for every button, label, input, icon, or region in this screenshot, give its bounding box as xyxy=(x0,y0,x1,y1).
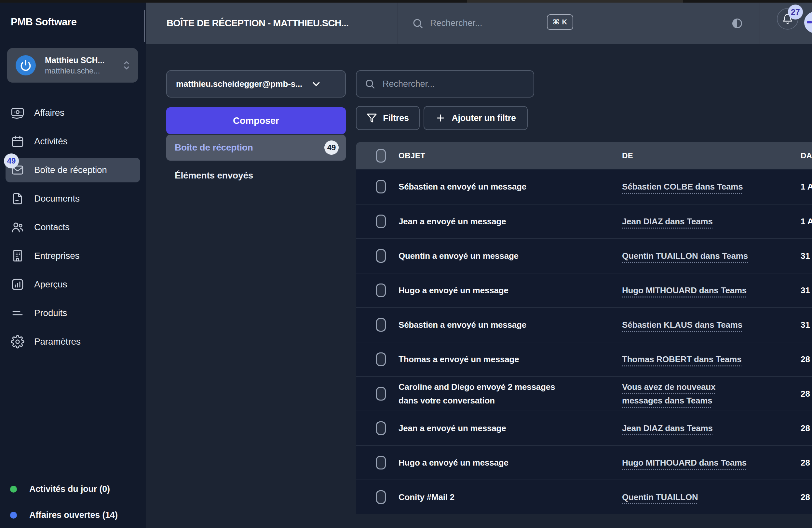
shortcut-chip: ⌘ K xyxy=(547,14,573,30)
sidebar-item-apercus[interactable]: Aperçus xyxy=(5,272,140,297)
mail-subject: Thomas a envoyé un message xyxy=(398,352,576,366)
lines-icon xyxy=(11,306,25,320)
mail-date: 1 A xyxy=(801,182,812,192)
account-email: matthieu.scheidegger@pmb-s... xyxy=(176,79,307,89)
mail-row[interactable]: Sébastien a envoyé un message Sébastien … xyxy=(356,307,812,342)
profile-name: Matthieu SCH... xyxy=(45,55,122,66)
mail-search-input[interactable] xyxy=(382,79,526,89)
mail-subject: Sébastien a envoyé un message xyxy=(398,180,576,194)
power-logo-icon xyxy=(16,55,36,75)
plus-icon xyxy=(435,113,446,123)
chevron-down-icon xyxy=(311,79,321,89)
topbar: BOÎTE DE RÉCEPTION - MATTHIEU.SCH... ⌘ K… xyxy=(146,3,812,44)
mail-subject: Quentin a envoyé un message xyxy=(398,249,576,263)
row-checkbox[interactable] xyxy=(376,352,386,366)
mail-row[interactable]: Hugo a envoyé un message Hugo MITHOUARD … xyxy=(356,445,812,480)
mail-row[interactable]: Thomas a envoyé un message Thomas ROBERT… xyxy=(356,342,812,376)
sidebar-nav: Affaires Activités Boîte de réception 49… xyxy=(5,101,140,358)
mail-row[interactable]: Hugo a envoyé un message Hugo MITHOUARD … xyxy=(356,273,812,307)
sidebar-scrollbar[interactable] xyxy=(144,10,145,42)
column-header-date: DA xyxy=(801,151,812,160)
mail-row[interactable]: Jean a envoyé un message Jean DIAZ dans … xyxy=(356,204,812,238)
mail-from-link[interactable]: Quentin TUAILLON dans Teams xyxy=(622,249,754,263)
column-header-subject: OBJET xyxy=(398,151,425,160)
mail-from-link[interactable]: Sébastien COLBE dans Teams xyxy=(622,180,754,194)
chevron-updown-icon xyxy=(122,58,131,73)
mail-row[interactable]: Quentin a envoyé un message Quentin TUAI… xyxy=(356,238,812,273)
mail-from-link[interactable]: Vous avez de nouveaux messages dans Team… xyxy=(622,380,754,407)
mail-from-link[interactable]: Jean DIAZ dans Teams xyxy=(622,421,754,435)
row-checkbox[interactable] xyxy=(376,284,386,297)
mail-date: 28 xyxy=(801,423,810,433)
sidebar-item-produits[interactable]: Produits xyxy=(5,301,140,326)
sidebar-item-activites[interactable]: Activités xyxy=(5,129,140,154)
folder-inbox[interactable]: Boîte de réception 49 xyxy=(166,135,346,161)
select-all-checkbox[interactable] xyxy=(376,149,386,163)
row-checkbox[interactable] xyxy=(376,421,386,435)
account-dropdown[interactable]: matthieu.scheidegger@pmb-s... xyxy=(166,70,346,97)
mail-date: 31 xyxy=(801,285,810,296)
mail-subject: Sébastien a envoyé un message xyxy=(398,318,576,332)
global-search-input[interactable] xyxy=(430,18,527,29)
filters-button[interactable]: Filtres xyxy=(356,106,420,130)
contacts-icon xyxy=(11,221,25,234)
mail-from-link[interactable]: Jean DIAZ dans Teams xyxy=(622,215,754,228)
row-checkbox[interactable] xyxy=(376,249,386,263)
mail-table-header: OBJET DE DA xyxy=(356,142,812,169)
sidebar-footer: Activités du jour (0) Affaires ouvertes … xyxy=(10,476,140,528)
user-avatar[interactable] xyxy=(804,12,812,33)
avatar-glyph xyxy=(807,21,812,24)
mail-from-link[interactable]: Quentin TUAILLON xyxy=(622,490,754,504)
mail-row[interactable]: Jean a envoyé un message Jean DIAZ dans … xyxy=(356,411,812,445)
mail-date: 28 xyxy=(801,354,810,364)
row-checkbox[interactable] xyxy=(376,456,386,469)
mail-subject: Jean a envoyé un message xyxy=(398,215,576,228)
notification-count-badge: 27 xyxy=(788,4,803,19)
mail-date: 28 xyxy=(801,389,810,399)
gear-icon xyxy=(11,335,25,348)
compose-button[interactable]: Composer xyxy=(166,107,346,134)
mail-row[interactable]: Conity #Mail 2 Quentin TUAILLON 28 xyxy=(356,480,812,514)
row-checkbox[interactable] xyxy=(376,215,386,228)
theme-toggle-icon[interactable] xyxy=(731,18,743,29)
add-filter-label: Ajouter un filtre xyxy=(451,113,516,123)
mail-subject: Conity #Mail 2 xyxy=(398,490,576,504)
status-dot xyxy=(10,512,17,518)
folder-label: Éléments envoyés xyxy=(175,170,253,181)
sidebar-item-documents[interactable]: Documents xyxy=(5,186,140,211)
sidebar-item-affaires[interactable]: Affaires xyxy=(5,101,140,125)
sidebar: PMB Software Matthieu SCH... matthieu.sc… xyxy=(0,3,146,528)
status-dot xyxy=(10,486,17,493)
folder-sent[interactable]: Éléments envoyés xyxy=(166,163,346,188)
sidebar-item-boite-de-reception[interactable]: Boîte de réception 49 xyxy=(5,158,140,182)
mail-subject: Jean a envoyé un message xyxy=(398,421,576,435)
mail-date: 1 A xyxy=(801,216,812,227)
document-icon xyxy=(11,192,25,206)
column-header-from: DE xyxy=(622,151,633,160)
mail-row[interactable]: Sébastien a envoyé un message Sébastien … xyxy=(356,169,812,204)
mail-row[interactable]: Caroline and Diego envoyé 2 messages dan… xyxy=(356,376,812,411)
row-checkbox[interactable] xyxy=(376,490,386,504)
sidebar-item-parametres[interactable]: Paramètres xyxy=(5,329,140,354)
mail-from-link[interactable]: Sébastien KLAUS dans Teams xyxy=(622,318,754,332)
mail-from-link[interactable]: Hugo MITHOUARD dans Teams xyxy=(622,456,754,469)
inbox-count-badge: 49 xyxy=(324,140,339,155)
sidebar-item-entreprises[interactable]: Entreprises xyxy=(5,243,140,268)
mail-date: 31 xyxy=(801,320,810,330)
header-divider xyxy=(759,3,760,44)
row-checkbox[interactable] xyxy=(376,318,386,332)
profile-card[interactable]: Matthieu SCH... matthieu.sche... xyxy=(7,48,138,82)
bar-chart-icon xyxy=(11,278,25,291)
search-icon xyxy=(364,78,375,89)
mail-from-link[interactable]: Thomas ROBERT dans Teams xyxy=(622,352,754,366)
unread-count-badge: 49 xyxy=(4,153,19,168)
mail-rows: Sébastien a envoyé un message Sébastien … xyxy=(356,169,812,514)
sidebar-item-contacts[interactable]: Contacts xyxy=(5,215,140,240)
profile-text: Matthieu SCH... matthieu.sche... xyxy=(45,55,122,76)
row-checkbox[interactable] xyxy=(376,180,386,194)
mail-from-link[interactable]: Hugo MITHOUARD dans Teams xyxy=(622,284,754,297)
row-checkbox[interactable] xyxy=(376,387,386,401)
calendar-icon xyxy=(11,135,25,148)
add-filter-button[interactable]: Ajouter un filtre xyxy=(423,106,528,130)
header-divider xyxy=(397,3,398,44)
